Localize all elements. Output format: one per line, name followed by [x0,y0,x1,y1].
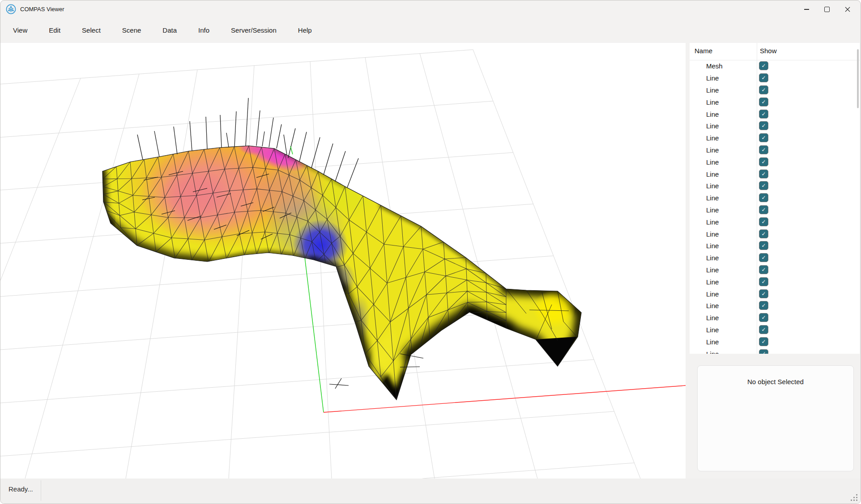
visibility-checkbox[interactable]: ✓ [759,337,768,346]
menu-item-info[interactable]: Info [198,26,209,34]
close-button[interactable] [837,0,858,18]
tree-item-label: Line [706,158,719,165]
tree-row-line[interactable]: Line✓ [690,204,860,216]
status-bar: Ready... [0,479,861,504]
check-icon: ✓ [761,183,766,188]
maximize-icon [824,7,830,12]
menu-item-view[interactable]: View [13,26,27,34]
menu-item-help[interactable]: Help [298,26,312,34]
tree-row-line[interactable]: Line✓ [690,120,860,132]
tree-item-label: Line [706,230,719,237]
tree-row-line[interactable]: Line✓ [690,180,860,192]
tree-row-line[interactable]: Line✓ [690,288,860,300]
visibility-checkbox[interactable]: ✓ [759,181,768,190]
check-icon: ✓ [761,147,766,152]
visibility-checkbox[interactable]: ✓ [759,205,768,214]
visibility-checkbox[interactable]: ✓ [759,349,768,354]
menu-bar: ViewEditSelectSceneDataInfoServer/Sessio… [0,18,333,42]
visibility-checkbox[interactable]: ✓ [759,253,768,262]
visibility-checkbox[interactable]: ✓ [759,277,768,286]
check-icon: ✓ [761,303,766,308]
visibility-checkbox[interactable]: ✓ [759,325,768,334]
viewport-3d[interactable] [0,43,686,479]
check-icon: ✓ [761,291,766,296]
column-header-name[interactable]: Name [695,47,712,55]
scrollbar-thumb[interactable] [857,49,859,108]
tree-item-label: Line [706,146,719,153]
no-selection-message: No object Selected [698,378,853,385]
visibility-checkbox[interactable]: ✓ [759,157,768,166]
visibility-checkbox[interactable]: ✓ [759,241,768,250]
window-controls [796,0,858,18]
tree-item-label: Line [706,290,719,297]
tree-item-label: Line [706,86,719,93]
tree-row-line[interactable]: Line✓ [690,72,860,84]
menu-item-edit[interactable]: Edit [49,26,60,34]
check-icon: ✓ [761,159,766,165]
scene-canvas[interactable] [0,43,686,479]
tree-row-line[interactable]: Line✓ [690,312,860,324]
visibility-checkbox[interactable]: ✓ [759,289,768,298]
maximize-button[interactable] [817,0,837,18]
visibility-checkbox[interactable]: ✓ [759,265,768,274]
visibility-checkbox[interactable]: ✓ [759,169,768,178]
menu-item-select[interactable]: Select [82,26,101,34]
visibility-checkbox[interactable]: ✓ [759,145,768,154]
check-icon: ✓ [761,279,766,284]
visibility-checkbox[interactable]: ✓ [759,193,768,202]
tree-row-line[interactable]: Line✓ [690,324,860,336]
visibility-checkbox[interactable]: ✓ [759,301,768,310]
title-bar: COMPAS Viewer [0,0,861,18]
tree-header: Name Show [690,43,860,60]
tree-row-line[interactable]: Line✓ [690,216,860,228]
check-icon: ✓ [761,315,766,320]
tree-row-line[interactable]: Line✓ [690,132,860,144]
tree-rows: Mesh✓Line✓Line✓Line✓Line✓Line✓Line✓Line✓… [690,60,860,354]
tree-row-line[interactable]: Line✓ [690,252,860,264]
tree-row-line[interactable]: Line✓ [690,192,860,204]
tree-row-line[interactable]: Line✓ [690,84,860,96]
tree-row-line[interactable]: Line✓ [690,240,860,252]
scene-tree-panel: Name Show Mesh✓Line✓Line✓Line✓Line✓Line✓… [690,43,860,354]
visibility-checkbox[interactable]: ✓ [759,229,768,238]
visibility-checkbox[interactable]: ✓ [759,217,768,226]
tree-item-label: Line [706,314,719,322]
check-icon: ✓ [761,255,766,260]
tree-row-line[interactable]: Line✓ [690,275,860,288]
tree-row-mesh[interactable]: Mesh✓ [690,60,860,72]
close-icon [845,7,850,12]
tree-row-line[interactable]: Line✓ [690,96,860,108]
visibility-checkbox[interactable]: ✓ [759,61,768,70]
tree-row-line[interactable]: Line✓ [690,168,860,180]
visibility-checkbox[interactable]: ✓ [759,73,768,82]
tree-row-line[interactable]: Line✓ [690,144,860,156]
check-icon: ✓ [761,327,766,332]
check-icon: ✓ [761,111,766,117]
column-header-show[interactable]: Show [760,47,777,55]
visibility-checkbox[interactable]: ✓ [759,85,768,94]
tree-row-line[interactable]: Line✓ [690,108,860,120]
check-icon: ✓ [761,231,766,237]
tree-item-label: Line [706,278,719,285]
minimize-button[interactable] [796,0,817,18]
minimize-icon [804,9,809,9]
tree-row-line[interactable]: Line✓ [690,228,860,240]
tree-row-line[interactable]: Line✓ [690,264,860,276]
resize-grip[interactable] [850,493,859,502]
visibility-checkbox[interactable]: ✓ [759,313,768,322]
tree-item-label: Line [706,122,719,130]
menu-item-scene[interactable]: Scene [122,26,141,34]
check-icon: ✓ [761,135,766,140]
menu-item-server-session[interactable]: Server/Session [231,26,277,34]
tree-row-line[interactable]: Line✓ [690,347,860,354]
tree-row-line[interactable]: Line✓ [690,300,860,312]
visibility-checkbox[interactable]: ✓ [759,97,768,106]
check-icon: ✓ [761,195,766,200]
visibility-checkbox[interactable]: ✓ [759,121,768,130]
tree-row-line[interactable]: Line✓ [690,335,860,347]
check-icon: ✓ [761,339,766,344]
tree-row-line[interactable]: Line✓ [690,156,860,168]
visibility-checkbox[interactable]: ✓ [759,110,768,119]
menu-item-data[interactable]: Data [162,26,177,34]
visibility-checkbox[interactable]: ✓ [759,133,768,142]
